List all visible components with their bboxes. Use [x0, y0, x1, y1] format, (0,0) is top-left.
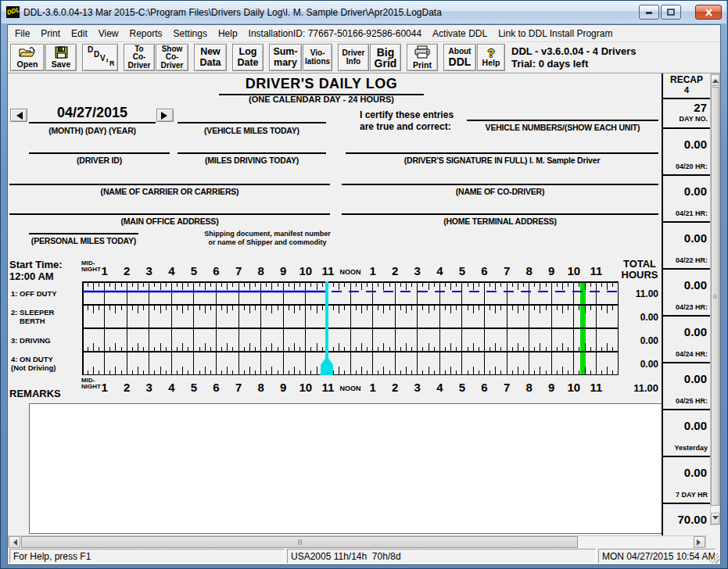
- toolbar-save-button[interactable]: Save: [45, 44, 77, 71]
- duty-row-total: 11.00: [616, 288, 658, 299]
- certify-text: I certify these entries are true and cor…: [360, 109, 454, 133]
- app-icon: DDL: [6, 6, 20, 18]
- toolbar-driver-info-button[interactable]: DriverInfo: [338, 44, 369, 71]
- close-button[interactable]: [695, 5, 722, 20]
- home-terminal-caption: (HOME TERMINAL ADDRESS): [342, 217, 658, 226]
- hour-label: NOON: [340, 385, 361, 392]
- toolbar-button-label: Help: [482, 59, 500, 67]
- toolbar-button-label: DDL: [449, 56, 472, 67]
- vehicle-numbers-field[interactable]: [467, 120, 658, 121]
- toolbar-about-ddl-button[interactable]: AboutDDL: [443, 44, 476, 71]
- hour-label: 5: [459, 264, 465, 277]
- menu-item-reports[interactable]: Reports: [124, 27, 168, 41]
- question-icon: ?: [487, 48, 494, 59]
- menu-item-activate-ddl[interactable]: Activate DDL: [427, 27, 493, 41]
- resize-grip[interactable]: [709, 553, 719, 564]
- toolbar-open-button[interactable]: Open: [10, 44, 45, 71]
- arrow-left-icon: [10, 539, 17, 546]
- remarks-box[interactable]: [29, 403, 662, 534]
- hour-label: 8: [525, 381, 532, 394]
- left-arrow-icon: [13, 112, 23, 120]
- duty-row-total: 0.00: [616, 359, 658, 370]
- thumb-grip: [713, 295, 717, 299]
- trial-line: Trial: 0 days left: [511, 58, 636, 70]
- hour-label: MID-NIGHT: [81, 260, 101, 273]
- toolbar-log-date-button[interactable]: LogDate: [232, 44, 264, 71]
- signature-field[interactable]: [346, 152, 658, 154]
- hour-label: 6: [481, 264, 487, 277]
- toolbar-button-label: Sum-: [273, 47, 297, 58]
- grand-total-hours: 11.00: [616, 382, 658, 394]
- duty-row-label: 1: OFF DUTY: [11, 281, 81, 305]
- toolbar-help-button[interactable]: ?Help: [477, 44, 505, 71]
- recap-cell-avail-hr: 70.00AVAIL HR: [663, 504, 710, 535]
- personal-miles-field[interactable]: [29, 233, 138, 234]
- hour-label: 2: [124, 381, 130, 394]
- duty-row-total: 0.00: [616, 335, 658, 346]
- main-office-field[interactable]: [9, 213, 330, 215]
- page-title: DRIVER'S DAILY LOG: [219, 76, 424, 95]
- personal-miles-caption: (PERSONAL MILES TODAY): [21, 236, 146, 245]
- recap-cell-04-23-hr: 0.0004/23 HR:: [663, 270, 710, 317]
- hour-label: 3: [146, 381, 152, 394]
- toolbar-violations-button[interactable]: Vio-lations: [303, 44, 332, 71]
- version-line: DDL - v3.6.0.04 - 4 Drivers: [511, 45, 636, 58]
- miles-driving-field[interactable]: [178, 152, 326, 154]
- recap-cell-04-20-hr: 0.0004/20 HR:: [663, 129, 710, 176]
- menu-item-print[interactable]: Print: [35, 27, 66, 41]
- horizontal-scroll-thumb[interactable]: [21, 536, 578, 548]
- home-terminal-field[interactable]: [342, 213, 658, 215]
- app-version-info: DDL - v3.6.0.04 - 4 DriversTrial: 0 days…: [511, 44, 636, 70]
- hour-label: 1: [101, 264, 107, 277]
- toolbar-button-label: Driver: [128, 62, 151, 70]
- co-driver-field[interactable]: [342, 184, 658, 185]
- menu-item-settings[interactable]: Settings: [168, 27, 213, 41]
- toolbar-show-co-driver-button[interactable]: ShowCo-Driver: [156, 44, 188, 71]
- floppy-icon: [55, 46, 68, 61]
- menu-item-help[interactable]: Help: [213, 27, 243, 41]
- scroll-down-button[interactable]: [711, 513, 719, 524]
- log-date-value[interactable]: 04/27/2015: [29, 105, 156, 121]
- duty-status-grid[interactable]: [82, 281, 619, 375]
- toolbar-new-data-button[interactable]: NewData: [194, 44, 227, 71]
- hour-label: 2: [124, 264, 130, 277]
- menu-item-file[interactable]: File: [9, 27, 35, 41]
- menu-item-installationid-77667-50166-92586[interactable]: InstallationID: 77667-50166-92586-60044: [243, 27, 428, 41]
- arrow-up-icon: [712, 76, 719, 83]
- toolbar-print-button[interactable]: Print: [407, 44, 438, 71]
- menu-item-edit[interactable]: Edit: [66, 27, 93, 41]
- menu-item-view[interactable]: View: [93, 27, 124, 41]
- hour-label: 11: [321, 381, 334, 394]
- duty-row-total: 0.00: [616, 312, 658, 323]
- hour-label: 9: [548, 381, 554, 394]
- printer-icon: [414, 45, 430, 61]
- scroll-left-button[interactable]: [9, 536, 20, 548]
- duty-row-label: 2: SLEEPERBERTH: [11, 305, 81, 328]
- vehicle-miles-field[interactable]: [178, 122, 326, 123]
- hour-label: 5: [191, 381, 197, 394]
- menu-item-link-to-ddl-install-program[interactable]: Link to DDL Install Program: [493, 27, 618, 41]
- duty-row-label: 4: ON DUTY(Not Driving): [11, 352, 81, 375]
- hour-label: 7: [235, 381, 242, 394]
- remarks-label: REMARKS: [9, 388, 61, 399]
- next-day-button[interactable]: [156, 109, 174, 122]
- previous-day-button[interactable]: [10, 109, 27, 122]
- hour-label: 3: [414, 381, 421, 394]
- toolbar-button-label: Grid: [375, 58, 397, 69]
- hour-label: 9: [548, 264, 554, 277]
- hour-label: 10: [567, 264, 580, 277]
- carrier-field[interactable]: [9, 184, 330, 185]
- hour-label: 11: [590, 381, 602, 394]
- scroll-right-button[interactable]: [694, 536, 705, 548]
- toolbar-to-co-driver-button[interactable]: ToCo-Driver: [124, 44, 155, 71]
- driver-id-field[interactable]: [29, 152, 170, 154]
- scroll-up-button[interactable]: [711, 74, 719, 86]
- vertical-scroll-thumb[interactable]: [711, 87, 719, 506]
- recap-header: RECAP 4: [663, 73, 710, 99]
- hour-label: 7: [504, 264, 510, 277]
- minimize-button[interactable]: [639, 5, 659, 20]
- toolbar-summary-button[interactable]: Sum-mary: [269, 44, 302, 71]
- toolbar-dvir-button[interactable]: DDVIR: [82, 44, 118, 71]
- toolbar-big-grid-button[interactable]: BigGrid: [370, 44, 401, 71]
- maximize-button[interactable]: [661, 5, 681, 20]
